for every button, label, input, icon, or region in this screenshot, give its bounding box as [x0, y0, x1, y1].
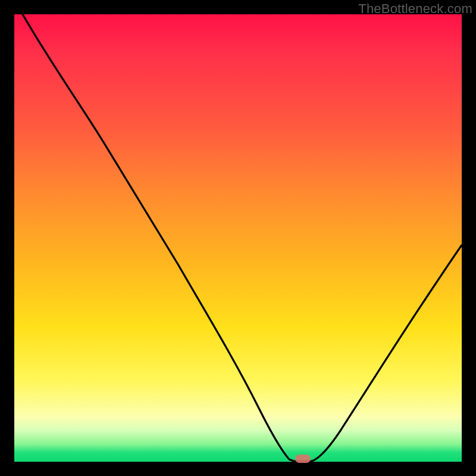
watermark-text: TheBottleneck.com [358, 1, 472, 17]
bottleneck-curve [14, 14, 462, 462]
plot-area [14, 14, 462, 462]
chart-frame: TheBottleneck.com [0, 0, 476, 476]
curve-path [23, 14, 462, 461]
optimal-marker [295, 455, 311, 463]
